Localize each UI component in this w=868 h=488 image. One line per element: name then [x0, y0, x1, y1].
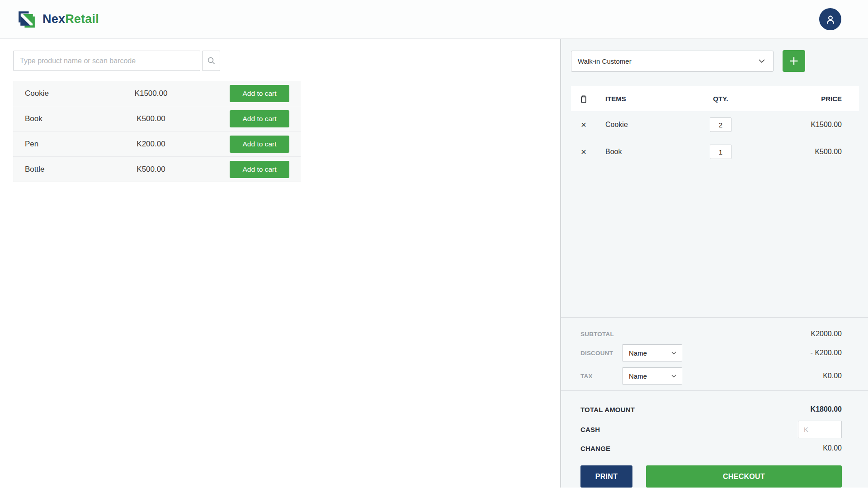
cash-row: CASH: [580, 421, 842, 438]
discount-select-value: Name: [629, 349, 647, 357]
add-to-cart-button[interactable]: Add to cart: [230, 136, 289, 153]
quantity-input[interactable]: [710, 117, 731, 132]
cart-header-row: ITEMS QTY. PRICE: [571, 86, 859, 111]
cart-panel: Walk-in Customer I: [561, 39, 868, 488]
chevron-down-icon: [671, 352, 676, 355]
main-content: Cookie K1500.00 Add to cart Book K500.00…: [0, 39, 868, 488]
brand-logo: NexRetail: [17, 9, 99, 29]
cart-header-qty: QTY.: [687, 95, 755, 103]
chevron-down-icon: [759, 59, 765, 63]
discount-label: DISCOUNT: [580, 350, 622, 357]
search-button[interactable]: [202, 51, 220, 71]
checkout-button[interactable]: CHECKOUT: [646, 465, 842, 488]
totals-section: SUBTOTAL K2000.00 DISCOUNT Name - K200.0…: [571, 318, 859, 390]
spacer: [571, 165, 859, 317]
print-button[interactable]: PRINT: [580, 465, 632, 488]
total-amount-value: K1800.00: [811, 405, 842, 413]
tax-row: TAX Name K0.00: [580, 367, 842, 385]
cart-table: ITEMS QTY. PRICE ✕ Cookie K1500.00 ✕ Boo…: [571, 86, 859, 165]
cart-header-price: PRICE: [755, 95, 859, 103]
discount-value: - K200.00: [811, 349, 842, 357]
discount-select[interactable]: Name: [622, 344, 682, 361]
tax-select[interactable]: Name: [622, 367, 682, 385]
cash-input[interactable]: [798, 421, 842, 438]
search-bar: [13, 51, 560, 71]
subtotal-row: SUBTOTAL K2000.00: [580, 329, 842, 338]
brand-logo-icon: [17, 9, 37, 29]
search-icon: [207, 56, 216, 65]
cart-header-items: ITEMS: [596, 95, 687, 103]
product-price: K1500.00: [113, 89, 189, 98]
payment-section: TOTAL AMOUNT K1800.00 CASH CHANGE K0.00 …: [571, 391, 859, 488]
product-list: Cookie K1500.00 Add to cart Book K500.00…: [13, 81, 301, 182]
change-value: K0.00: [823, 444, 842, 452]
plus-icon: [789, 56, 799, 66]
tax-select-value: Name: [629, 372, 647, 380]
add-to-cart-button[interactable]: Add to cart: [230, 110, 289, 127]
brand-name: NexRetail: [42, 12, 99, 26]
product-price: K200.00: [113, 140, 189, 149]
total-amount-label: TOTAL AMOUNT: [580, 406, 635, 413]
top-bar: NexRetail: [0, 0, 868, 39]
product-search-input[interactable]: [13, 51, 200, 71]
product-price: K500.00: [113, 114, 189, 123]
tax-label: TAX: [580, 373, 622, 380]
cart-item-price: K500.00: [755, 148, 859, 156]
cart-row: ✕ Book K500.00: [571, 138, 859, 165]
brand-name-primary: Nex: [42, 12, 65, 26]
add-to-cart-button[interactable]: Add to cart: [230, 85, 289, 102]
product-name: Cookie: [13, 89, 113, 98]
change-row: CHANGE K0.00: [580, 444, 842, 453]
product-name: Book: [13, 114, 113, 123]
tax-value: K0.00: [823, 372, 842, 380]
product-name: Bottle: [13, 165, 113, 174]
trash-icon: [579, 94, 589, 104]
change-label: CHANGE: [580, 445, 610, 452]
product-row: Bottle K500.00 Add to cart: [13, 157, 301, 182]
product-panel: Cookie K1500.00 Add to cart Book K500.00…: [0, 39, 560, 488]
clear-cart-button[interactable]: [571, 94, 596, 104]
customer-select[interactable]: Walk-in Customer: [571, 51, 774, 72]
add-customer-button[interactable]: [783, 50, 805, 72]
total-amount-row: TOTAL AMOUNT K1800.00: [580, 404, 842, 414]
cart-item-name: Cookie: [596, 121, 687, 129]
action-buttons-row: PRINT CHECKOUT: [580, 465, 842, 488]
subtotal-value: K2000.00: [811, 330, 842, 338]
product-row: Book K500.00 Add to cart: [13, 106, 301, 131]
brand-name-secondary: Retail: [65, 12, 99, 26]
product-price: K500.00: [113, 165, 189, 174]
cart-item-price: K1500.00: [755, 121, 859, 129]
discount-row: DISCOUNT Name - K200.00: [580, 344, 842, 361]
chevron-down-icon: [671, 375, 676, 378]
customer-row: Walk-in Customer: [571, 50, 859, 72]
remove-item-button[interactable]: ✕: [571, 121, 596, 129]
add-to-cart-button[interactable]: Add to cart: [230, 161, 289, 178]
product-name: Pen: [13, 140, 113, 149]
remove-item-button[interactable]: ✕: [571, 148, 596, 156]
person-icon: [825, 14, 836, 25]
customer-select-value: Walk-in Customer: [578, 57, 632, 65]
cart-item-name: Book: [596, 148, 687, 156]
subtotal-label: SUBTOTAL: [580, 331, 622, 338]
user-avatar-button[interactable]: [819, 8, 841, 30]
quantity-input[interactable]: [710, 145, 731, 159]
cash-label: CASH: [580, 426, 600, 433]
cart-row: ✕ Cookie K1500.00: [571, 111, 859, 138]
product-row: Cookie K1500.00 Add to cart: [13, 81, 301, 106]
product-row: Pen K200.00 Add to cart: [13, 131, 301, 157]
